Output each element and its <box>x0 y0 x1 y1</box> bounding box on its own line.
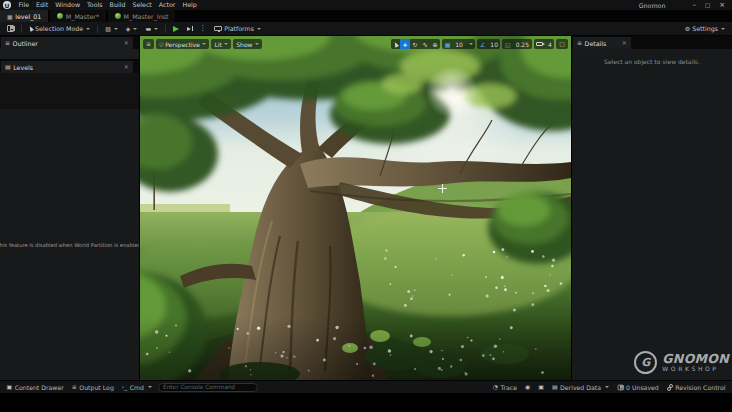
menu-edit[interactable]: Edit <box>33 0 52 10</box>
rotation-snap-toggle[interactable]: ∠ <box>477 39 487 49</box>
menu-file[interactable]: File <box>15 0 33 10</box>
maximize-icon: ▢ <box>559 41 565 47</box>
levels-tab-label: Levels <box>13 64 33 71</box>
details-empty-message: Select an object to view details. <box>572 58 732 65</box>
console-command-input[interactable] <box>158 383 258 392</box>
levels-body: This feature is disabled when World Part… <box>0 109 139 380</box>
blueprints-button[interactable]: ◈ <box>123 23 141 35</box>
viewport-crosshair-cursor <box>438 184 447 193</box>
close-icon[interactable]: × <box>124 64 129 71</box>
tab-outliner[interactable]: ≡ Outliner × <box>1 37 133 49</box>
world-space-button[interactable]: ⊕ <box>430 39 440 49</box>
grid-snap-value[interactable]: 10 <box>453 39 466 49</box>
revision-control-button[interactable]: Revision Control <box>663 381 729 394</box>
play-button[interactable] <box>170 23 182 35</box>
chevron-down-icon <box>86 28 90 30</box>
tab-levels[interactable]: ▤ Levels × <box>1 61 133 73</box>
levels-icon: ▤ <box>5 64 11 70</box>
level-viewport[interactable]: ≡ ◇ Perspective Lit Show <box>140 36 571 380</box>
viewport-scene[interactable] <box>140 36 571 380</box>
skip-frame-button[interactable] <box>184 23 194 35</box>
chevron-down-icon <box>469 43 473 45</box>
viewport-show-button[interactable]: Show <box>233 39 262 49</box>
menu-tools[interactable]: Tools <box>84 0 107 10</box>
unsaved-button[interactable]: 0 Unsaved <box>613 381 662 394</box>
add-cube-icon: ▧ <box>105 26 111 32</box>
chevron-down-icon <box>114 28 118 30</box>
chevron-down-icon <box>154 28 158 30</box>
maximize-viewport-button[interactable]: ▢ <box>556 39 568 49</box>
status-icon-button-2[interactable]: ▣ <box>535 381 548 394</box>
chevron-down-icon <box>257 28 261 30</box>
select-tool-button[interactable] <box>391 39 400 49</box>
editor-mode-dropdown[interactable]: Selection Mode <box>26 23 93 35</box>
levels-disabled-message: This feature is disabled when World Part… <box>0 242 139 248</box>
derived-data-dropdown[interactable]: ▤ Derived Data <box>548 381 612 394</box>
viewport-options-button[interactable]: ≡ <box>143 39 154 49</box>
show-label: Show <box>236 41 252 48</box>
tab-m-master[interactable]: M_Master* <box>50 10 107 22</box>
platforms-button[interactable]: Platforms <box>211 23 264 35</box>
transform-tools-group: + ↻ ↔ ⊕ <box>391 39 440 49</box>
menu-help[interactable]: Help <box>179 0 200 10</box>
tab-label: level_01 <box>15 13 41 20</box>
output-log-button[interactable]: ≡ Output Log <box>68 381 117 394</box>
move-tool-button[interactable]: + <box>400 39 410 49</box>
tab-label: M_Master_Inst <box>124 13 169 20</box>
rotation-snap-icon: ∠ <box>480 41 485 48</box>
asset-tab-bar: ▦ level_01 M_Master* M_Master_Inst <box>0 10 732 22</box>
status-bar: ▣ Content Drawer ≡ Output Log ›_ Cmd ◔ T… <box>0 380 732 393</box>
cinematics-button[interactable]: ▬ <box>142 23 161 35</box>
settings-label: Settings <box>692 25 718 32</box>
status-bar-right: ◔ Trace ◉ ▣ ▤ Derived Data 0 Unsaved Rev… <box>489 381 729 394</box>
grid-snap-dropdown[interactable] <box>465 39 475 49</box>
viewport-lit-button[interactable]: Lit <box>211 39 231 49</box>
menu-select[interactable]: Select <box>129 0 155 10</box>
outliner-icon: ≡ <box>5 40 10 46</box>
blueprint-icon: ◈ <box>126 26 131 32</box>
close-icon[interactable]: × <box>622 40 627 47</box>
camera-speed-value[interactable]: 4 <box>546 39 555 49</box>
menu-window[interactable]: Window <box>52 0 84 10</box>
minimize-button[interactable]: – <box>692 0 696 10</box>
rotate-tool-button[interactable]: ↻ <box>410 39 420 49</box>
cmd-dropdown[interactable]: ›_ Cmd <box>118 381 155 394</box>
trace-button[interactable]: ◔ Trace <box>489 381 520 394</box>
camera-speed-button[interactable] <box>534 39 546 49</box>
restore-button[interactable]: □ <box>705 0 710 10</box>
letterbox-strip <box>0 393 732 412</box>
unreal-logo-icon[interactable]: U <box>3 1 11 9</box>
select-cursor-icon <box>393 41 399 47</box>
settings-button[interactable]: ⚙ Settings <box>682 23 728 35</box>
save-button[interactable] <box>4 23 17 35</box>
trace-label: Trace <box>501 384 517 391</box>
derived-data-label: Derived Data <box>560 384 601 391</box>
menu-actor[interactable]: Actor <box>155 0 179 10</box>
tab-level-01[interactable]: ▦ level_01 <box>0 10 49 22</box>
status-icon-button-1[interactable]: ◉ <box>521 381 533 394</box>
add-actor-button[interactable]: ▧ <box>102 23 121 35</box>
scale-snap-icon: ◱ <box>505 41 511 48</box>
chevron-down-icon <box>721 28 725 30</box>
grid-snap-icon: ▦ <box>445 41 451 48</box>
kebab-menu-icon: ⋮ <box>199 25 206 32</box>
play-options-button[interactable]: ⋮ <box>196 23 209 35</box>
tab-details[interactable]: ≡ Details × <box>573 37 631 49</box>
content-drawer-button[interactable]: ▣ Content Drawer <box>3 381 67 394</box>
close-icon[interactable]: × <box>124 40 129 47</box>
tab-m-master-inst[interactable]: M_Master_Inst <box>108 10 176 22</box>
material-instance-icon <box>115 13 121 19</box>
scale-snap-value[interactable]: 0.25 <box>513 39 531 49</box>
viewport-left-controls: ≡ ◇ Perspective Lit Show <box>143 39 262 49</box>
selection-mode-label: Selection Mode <box>35 25 83 32</box>
hamburger-icon: ≡ <box>146 41 151 47</box>
viewport-perspective-button[interactable]: ◇ Perspective <box>156 39 209 49</box>
viewport-overlay-toolbar: ≡ ◇ Perspective Lit Show <box>143 39 568 49</box>
grid-snap-toggle[interactable]: ▦ <box>442 39 453 49</box>
menu-build[interactable]: Build <box>106 0 129 10</box>
monitor-status-icon: ▣ <box>538 384 544 390</box>
scale-tool-button[interactable]: ↔ <box>420 39 430 49</box>
scale-snap-toggle[interactable]: ◱ <box>502 39 513 49</box>
rotation-snap-value[interactable]: 10 <box>488 39 501 49</box>
close-button[interactable]: × <box>719 0 725 10</box>
